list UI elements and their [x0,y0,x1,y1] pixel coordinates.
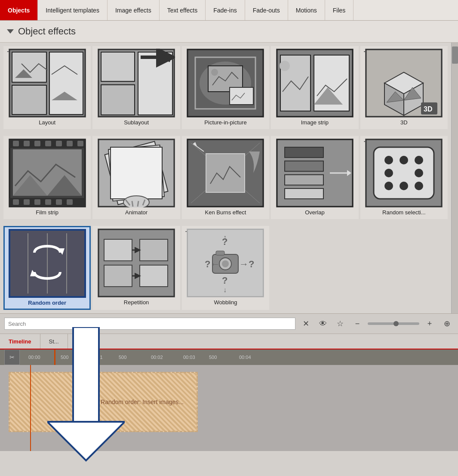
tab-text-effects[interactable]: Text effects [160,0,206,20]
effect-random-sel-thumb [365,139,443,207]
svg-point-77 [415,169,423,177]
svg-rect-7 [101,52,135,81]
fit-button[interactable]: ⊕ [440,317,454,331]
effect-animator[interactable]: Animator [92,136,180,219]
effect-pip[interactable]: Picture-in-picture [182,46,269,129]
tab-fade-ins[interactable]: Fade-ins [206,0,245,20]
svg-point-95 [222,260,229,267]
close-button[interactable]: ✕ [299,317,313,331]
svg-point-75 [415,156,423,164]
effect-kenburns-label: Ken Burns effect [205,209,246,216]
effect-layout[interactable]: Layout [3,46,91,129]
favorite-button[interactable]: ☆ [333,317,347,331]
timeline-section: Timeline St... ✂ 00:00 500 00:01 500 00:… [0,334,458,451]
effect-repetition[interactable]: Repetition [92,226,180,310]
effect-image-strip[interactable]: Image strip [271,46,358,129]
drop-arrow-icon [72,385,94,419]
section-title: Object effects [18,26,76,37]
effects-grid-row3: Random order [0,223,451,313]
svg-rect-15 [230,87,253,105]
effects-panel: Layout Su [0,43,458,313]
effect-repetition-label: Repetition [124,299,149,306]
time-mark-0: 00:00 [28,355,40,360]
svg-line-54 [138,201,138,207]
time-mark-2: 00:02 [151,355,163,360]
time-sub-500-2: 500 [119,355,126,360]
timeline-content-row: Random order: Insert images... [0,365,458,451]
cut-tool-btn[interactable]: ✂ [4,349,20,365]
effect-layout-label: Layout [39,119,55,126]
effect-random-order[interactable]: Random order [3,226,91,310]
scrollbar-thumb[interactable] [452,46,458,64]
collapse-triangle[interactable] [7,29,14,34]
effect-ken-burns[interactable]: Ken Burns effect [182,136,269,219]
svg-text:→?: →? [239,259,254,269]
tab-intelligent-templates[interactable]: Intelligent templates [38,0,108,20]
svg-rect-34 [45,141,51,146]
effect-overlap-label: Overlap [305,209,325,216]
svg-rect-65 [285,147,323,158]
timeline-ruler-row: ✂ 00:00 500 00:01 500 00:02 00:03 500 00… [0,349,458,365]
effects-scrollbar[interactable] [451,43,458,313]
svg-point-14 [211,69,218,76]
svg-rect-36 [67,141,73,146]
svg-rect-33 [34,141,40,146]
timeline-tabs: Timeline St... [0,334,458,349]
time-sub-500-3: 500 [209,355,217,360]
effects-area: Layout Su [0,43,451,313]
tab-files[interactable]: Files [325,0,354,20]
svg-rect-32 [24,141,30,146]
svg-rect-50 [111,147,162,199]
svg-point-74 [400,156,408,164]
effect-wobbling-label: Wobbling [214,299,237,306]
tab-fade-outs[interactable]: Fade-outs [245,0,288,20]
effect-sublayout-thumb [98,49,175,117]
effect-random-sel-label: Random selecti... [382,209,425,216]
effect-random-selection[interactable]: Random selecti... [360,136,448,219]
svg-rect-8 [101,85,135,115]
svg-text:3D: 3D [424,105,432,113]
drop-target-text: Random order: Insert images... [101,399,184,405]
effects-grid-row1: Layout Su [0,43,451,133]
effect-strip-label: Image strip [301,119,329,126]
preview-button[interactable]: 👁 [316,317,330,331]
effect-3d-thumb: 3D [365,49,443,117]
tab-storyboard[interactable]: St... [40,334,68,349]
effect-strip-thumb [276,49,353,117]
time-mark-3: 00:03 [183,355,195,360]
search-input[interactable] [4,318,295,330]
section-header: Object effects [0,21,458,43]
timeline-track-area: Random order: Insert images... [0,365,458,451]
tab-image-effects[interactable]: Image effects [108,0,160,20]
effect-3d-label: 3D [400,119,408,126]
effect-film-strip[interactable]: Film strip [3,136,91,219]
playhead-line [30,365,31,451]
svg-rect-91 [140,265,168,287]
svg-rect-9 [138,52,172,115]
effect-animator-label: Animator [125,209,148,216]
drop-target-box[interactable]: Random order: Insert images... [9,372,198,432]
effect-sublayout[interactable]: Sublayout [92,46,180,129]
svg-marker-119 [74,385,92,413]
tab-objects[interactable]: Objects [0,0,38,20]
zoom-knob[interactable] [393,321,399,326]
tab-motions[interactable]: Motions [288,0,325,20]
effect-3d[interactable]: 3D 3D [360,46,448,129]
zoom-slider[interactable] [368,322,419,325]
time-mark-4: 00:04 [239,355,251,360]
svg-text:↑: ↑ [223,234,227,241]
effect-overlap[interactable]: Overlap [271,136,358,219]
effect-wobbling[interactable]: ? ?← →? ? ↑ ↓ Wobbling [182,226,269,310]
svg-rect-41 [45,199,51,205]
zoom-out-button[interactable]: − [350,317,364,331]
time-mark-1: 00:01 [91,355,103,360]
svg-rect-72 [374,147,434,199]
effect-wobbling-thumb: ? ?← →? ? ↑ ↓ [187,229,264,297]
playhead-marker[interactable] [54,349,55,365]
svg-rect-31 [13,141,19,146]
svg-line-53 [132,201,133,207]
tab-timeline[interactable]: Timeline [0,334,40,349]
effect-film-label: Film strip [36,209,58,216]
zoom-in-button[interactable]: + [423,317,436,331]
effect-kenburns-thumb [187,139,264,207]
